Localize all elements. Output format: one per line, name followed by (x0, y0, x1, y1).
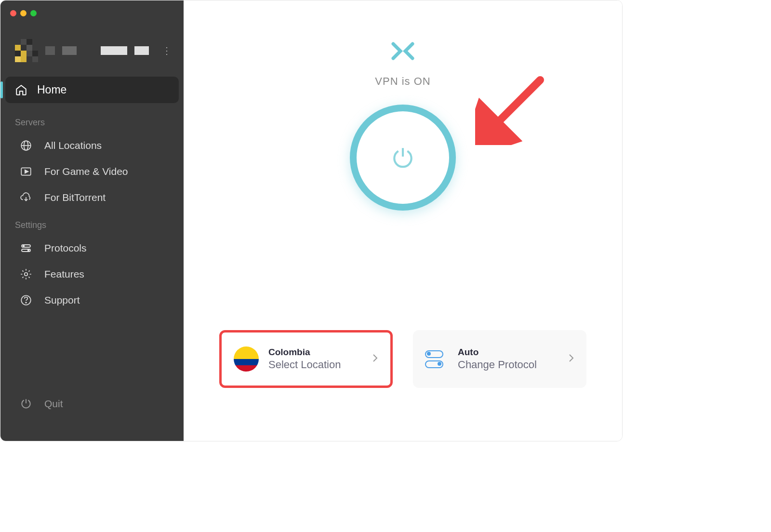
section-header-servers: Servers (0, 108, 184, 133)
gear-icon (20, 268, 32, 280)
sidebar-quit-label: Quit (44, 398, 63, 410)
profile-text-redacted (45, 46, 149, 55)
sidebar-home-label: Home (37, 83, 66, 96)
sidebar-item-support[interactable]: Support (0, 287, 184, 313)
colombia-flag-icon (234, 346, 259, 372)
location-title: Colombia (268, 347, 363, 358)
location-subtitle: Select Location (268, 359, 363, 371)
select-location-card[interactable]: Colombia Select Location (219, 330, 393, 388)
cards-row: Colombia Select Location Auto Change Pro… (219, 330, 586, 388)
annotation-arrow-icon (475, 73, 547, 145)
protocol-toggle-icon (425, 349, 448, 369)
minimize-window-button[interactable] (20, 10, 27, 16)
svg-point-10 (25, 273, 28, 276)
main-content: VPN is ON Col (184, 0, 622, 441)
change-protocol-card[interactable]: Auto Change Protocol (413, 330, 586, 388)
more-menu-icon[interactable]: ⋮ (162, 45, 172, 56)
sidebar: ⋮ Home Servers All Locations (0, 0, 184, 441)
vpn-status-text: VPN is ON (375, 75, 430, 88)
section-header-settings: Settings (0, 211, 184, 235)
cloud-download-icon (20, 191, 32, 204)
sidebar-item-features[interactable]: Features (0, 261, 184, 287)
sidebar-all-locations-label: All Locations (44, 140, 102, 151)
sidebar-item-all-locations[interactable]: All Locations (0, 133, 184, 159)
power-icon (20, 398, 32, 410)
sidebar-item-protocols[interactable]: Protocols (0, 235, 184, 261)
close-window-button[interactable] (10, 10, 16, 16)
sidebar-features-label: Features (44, 268, 84, 280)
power-icon (391, 146, 415, 170)
sidebar-item-bittorrent[interactable]: For BitTorrent (0, 185, 184, 211)
protocol-title: Auto (458, 347, 559, 358)
globe-icon (20, 139, 32, 152)
power-button-container (350, 105, 456, 211)
chevron-right-icon (372, 354, 378, 365)
sidebar-game-video-label: For Game & Video (44, 166, 128, 177)
home-icon (15, 84, 27, 96)
sidebar-item-home[interactable]: Home (5, 77, 179, 103)
app-logo-icon (391, 41, 415, 61)
profile-section: ⋮ (0, 29, 184, 72)
power-toggle-button[interactable] (350, 105, 456, 211)
avatar (15, 39, 38, 62)
play-icon (20, 165, 32, 178)
toggles-icon (20, 242, 32, 254)
sidebar-item-quit[interactable]: Quit (0, 391, 184, 417)
maximize-window-button[interactable] (30, 10, 37, 16)
chevron-right-icon (569, 354, 574, 365)
sidebar-protocols-label: Protocols (44, 242, 87, 254)
window-controls (10, 10, 37, 16)
location-card-text: Colombia Select Location (268, 347, 363, 371)
sidebar-support-label: Support (44, 294, 80, 306)
protocol-subtitle: Change Protocol (458, 359, 559, 371)
svg-point-7 (23, 245, 25, 247)
svg-marker-4 (25, 170, 28, 173)
help-icon (20, 294, 32, 306)
sidebar-item-game-video[interactable]: For Game & Video (0, 159, 184, 185)
svg-point-12 (26, 302, 27, 303)
protocol-card-text: Auto Change Protocol (458, 347, 559, 371)
sidebar-bittorrent-label: For BitTorrent (44, 192, 106, 203)
svg-point-9 (28, 250, 29, 251)
